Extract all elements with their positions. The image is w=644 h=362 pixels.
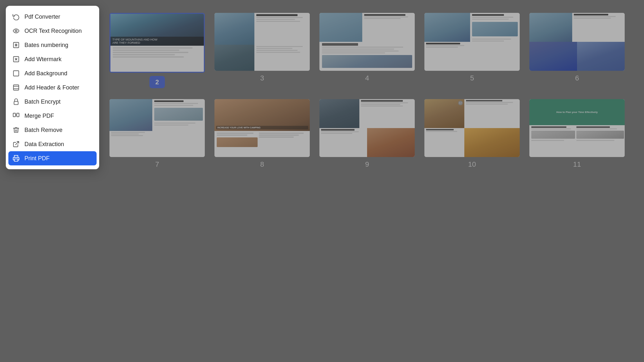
encrypt-icon (12, 98, 20, 106)
menu-label-header-footer: Add Header & Footer (24, 84, 79, 91)
menu-label-watermark: Add Wtermark (24, 56, 62, 63)
watermark-icon (12, 55, 20, 63)
menu-item-pdf-converter[interactable]: Pdf Converter (6, 10, 99, 24)
menu-item-batch-remove[interactable]: Batch Remove (6, 123, 99, 137)
header-footer-icon (12, 84, 20, 91)
menu-item-header-footer[interactable]: Add Header & Footer (6, 80, 99, 95)
dropdown-menu: Pdf Converter OCR Text Recognition Bates… (6, 6, 99, 169)
menu-item-bates[interactable]: Bates numbering (6, 38, 99, 52)
extraction-icon (12, 140, 20, 148)
svg-rect-13 (13, 113, 15, 117)
remove-icon (12, 126, 20, 134)
menu-item-batch-encrypt[interactable]: Batch Encrypt (6, 95, 99, 109)
menu-item-data-extraction[interactable]: Data Extraction (6, 137, 99, 151)
menu-item-watermark[interactable]: Add Wtermark (6, 52, 99, 66)
menu-label-data-extraction: Data Extraction (24, 141, 64, 148)
svg-rect-16 (14, 159, 18, 161)
menu-label-merge-pdf: Merge PDF (24, 113, 54, 119)
merge-icon (12, 112, 20, 120)
ocr-icon (12, 27, 20, 35)
svg-rect-14 (17, 113, 19, 117)
menu-item-ocr[interactable]: OCR Text Recognition (6, 24, 99, 38)
svg-line-15 (15, 142, 19, 145)
menu-label-print-pdf: Print PDF (24, 155, 50, 162)
svg-rect-9 (14, 85, 19, 90)
refresh-icon (12, 13, 20, 21)
menu-label-bates: Bates numbering (24, 42, 68, 49)
menu-label-batch-encrypt: Batch Encrypt (24, 98, 61, 105)
svg-point-0 (15, 30, 17, 32)
print-icon (12, 154, 20, 162)
menu-item-background[interactable]: Add Background (6, 66, 99, 80)
menu-label-background: Add Background (24, 70, 67, 77)
background-icon (12, 70, 20, 77)
svg-rect-8 (14, 71, 19, 76)
menu-item-print-pdf[interactable]: Print PDF (8, 151, 97, 165)
menu-label-batch-remove: Batch Remove (24, 127, 62, 134)
svg-rect-12 (14, 101, 18, 105)
menu-item-merge-pdf[interactable]: Merge PDF (6, 109, 99, 123)
menu-label-pdf-converter: Pdf Converter (24, 14, 60, 20)
bates-icon (12, 41, 20, 49)
menu-label-ocr: OCR Text Recognition (24, 28, 82, 34)
